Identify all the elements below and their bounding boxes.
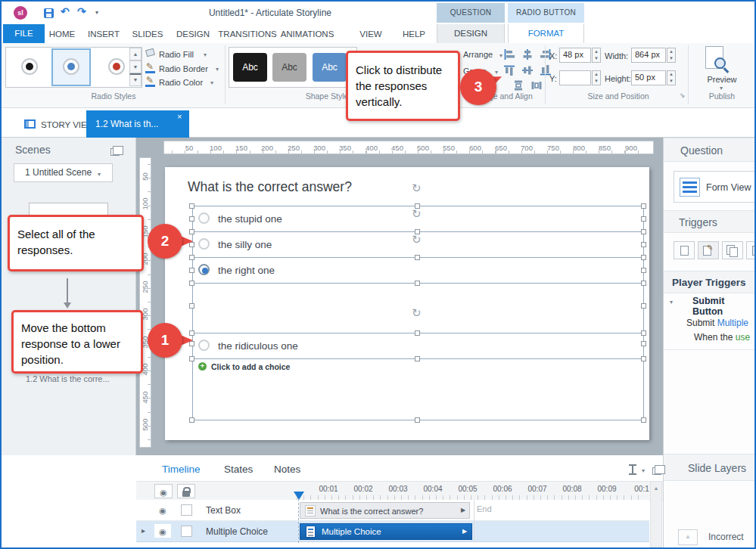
- tab-story-view[interactable]: STORY VIEW: [17, 112, 96, 138]
- tab-radio-button-format[interactable]: FORMAT: [508, 24, 584, 43]
- radio-border-caret-icon[interactable]: ▾: [216, 66, 219, 73]
- preview-caret-icon[interactable]: ▾: [720, 85, 723, 92]
- playhead-icon[interactable]: [294, 492, 304, 500]
- timeline-fit-icon[interactable]: [628, 464, 637, 475]
- selection-handle[interactable]: [189, 356, 194, 361]
- undo-icon[interactable]: ↶: [61, 6, 70, 17]
- distribute-horizontally-icon[interactable]: [530, 79, 543, 92]
- submit-button-trigger[interactable]: Submit Button: [692, 296, 754, 317]
- new-trigger-button[interactable]: [674, 241, 695, 259]
- selection-handle[interactable]: [641, 268, 646, 273]
- rotate-handle-icon[interactable]: ↻: [412, 307, 422, 318]
- radio-choice-1[interactable]: [198, 212, 210, 224]
- radio-border-button[interactable]: Radio Border: [159, 64, 208, 74]
- width-stepper[interactable]: ▲▼: [667, 48, 676, 63]
- radio-choice-3-selected[interactable]: [198, 264, 210, 275]
- selection-handle[interactable]: [641, 341, 646, 346]
- arrange-button[interactable]: Arrange: [463, 50, 493, 59]
- trigger-action-link[interactable]: Multiple: [717, 318, 748, 328]
- align-left-icon[interactable]: [503, 48, 515, 60]
- shape-style-black[interactable]: Abc: [233, 53, 267, 82]
- tab-question-tools-design[interactable]: DESIGN: [437, 24, 505, 43]
- selection-handle[interactable]: [641, 281, 646, 286]
- selection-handle[interactable]: [415, 229, 420, 234]
- x-input[interactable]: 48 px: [559, 48, 591, 63]
- radio-choice-4[interactable]: [198, 340, 210, 351]
- show-hide-all-button[interactable]: ◉: [154, 484, 173, 498]
- choice-label-4[interactable]: the ridiculous one: [218, 340, 298, 352]
- save-icon[interactable]: [44, 8, 54, 18]
- scene-dropdown[interactable]: 1 Untitled Scene ▾: [14, 163, 113, 182]
- choice-label-1[interactable]: the stupid one: [218, 213, 282, 225]
- shape-style-blue[interactable]: Abc: [313, 53, 347, 82]
- paste-trigger-button[interactable]: [746, 241, 754, 259]
- gallery-more-icon[interactable]: ▼: [129, 73, 142, 86]
- slide-canvas[interactable]: What is the correct answer? ↻ ↻ ↻ ↻ the …: [165, 167, 649, 440]
- align-top-icon[interactable]: [503, 64, 515, 76]
- radio-color-caret-icon[interactable]: ▾: [210, 79, 213, 86]
- timeline-scrollbar[interactable]: ▲: [650, 481, 662, 547]
- radio-choice-2[interactable]: [198, 238, 210, 250]
- play-arrow-icon[interactable]: ▶: [462, 528, 467, 535]
- tab-notes[interactable]: Notes: [274, 464, 300, 475]
- arrange-caret-icon[interactable]: ▾: [499, 52, 502, 59]
- tab-timeline[interactable]: Timeline: [162, 464, 201, 475]
- expander-icon[interactable]: ▸: [142, 526, 145, 535]
- quick-access-menu-icon[interactable]: ▾: [95, 9, 98, 16]
- timeline-bar-multiple-choice[interactable]: Multiple Choice ▶: [300, 523, 472, 540]
- selection-handle[interactable]: [641, 203, 646, 209]
- tab-states[interactable]: States: [224, 464, 253, 475]
- radio-style-black[interactable]: [21, 58, 38, 75]
- selection-handle[interactable]: [641, 356, 646, 361]
- radio-style-red[interactable]: [108, 58, 125, 75]
- play-arrow-icon[interactable]: ▶: [461, 507, 465, 513]
- timeline-menu-caret-icon[interactable]: ▾: [642, 467, 645, 474]
- selection-handle[interactable]: [641, 330, 646, 336]
- trigger-when-link[interactable]: use: [736, 332, 750, 343]
- selection-handle[interactable]: [189, 216, 194, 222]
- selection-handle[interactable]: [189, 417, 194, 423]
- selection-handle[interactable]: [415, 203, 420, 209]
- selection-handle[interactable]: [189, 229, 194, 234]
- selection-handle[interactable]: [415, 417, 420, 423]
- layer-incorrect-label[interactable]: Incorrect: [708, 532, 744, 542]
- y-stepper[interactable]: ▲▼: [592, 70, 601, 85]
- align-center-icon[interactable]: [521, 48, 534, 60]
- tab-transitions[interactable]: TRANSITIONS: [213, 26, 282, 43]
- redo-icon[interactable]: ↷: [77, 6, 86, 17]
- eye-icon[interactable]: ◉: [154, 524, 171, 538]
- height-stepper[interactable]: ▲▼: [667, 70, 676, 85]
- distribute-vertically-icon[interactable]: [512, 79, 524, 92]
- add-choice-icon[interactable]: +: [198, 362, 207, 371]
- close-icon[interactable]: ×: [177, 112, 182, 121]
- tab-animations[interactable]: ANIMATIONS: [273, 26, 341, 43]
- align-middle-icon[interactable]: [521, 64, 534, 76]
- selection-handle[interactable]: [641, 417, 646, 423]
- form-view-button[interactable]: Form View: [674, 171, 754, 203]
- collapse-icon[interactable]: ▾: [670, 299, 673, 306]
- selection-handle[interactable]: [189, 303, 194, 309]
- selection-handle[interactable]: [415, 356, 420, 361]
- eye-icon[interactable]: ◉: [154, 503, 171, 516]
- track-row-multiple-choice[interactable]: ▸ ◉ Multiple Choice Multiple Choice ▶: [136, 521, 649, 542]
- add-choice-label[interactable]: Click to add a choice: [211, 362, 290, 371]
- scroll-up-icon[interactable]: ▲: [652, 483, 661, 494]
- choice-label-2[interactable]: the silly one: [218, 239, 272, 250]
- selection-handle[interactable]: [189, 268, 194, 273]
- rotate-handle-icon[interactable]: ↻: [412, 234, 422, 245]
- timeline-bar-textbox[interactable]: What is the correct answer? ▶: [300, 502, 470, 519]
- radio-color-button[interactable]: Radio Color: [159, 77, 203, 88]
- shape-style-gray[interactable]: Abc: [272, 53, 306, 82]
- row-checkbox[interactable]: [181, 504, 192, 516]
- selection-handle[interactable]: [189, 255, 194, 260]
- lock-all-button[interactable]: [177, 484, 195, 498]
- height-input[interactable]: 50 px: [631, 70, 666, 85]
- timeline-panel-icon[interactable]: [652, 467, 661, 475]
- rotate-handle-icon[interactable]: ↻: [412, 182, 422, 194]
- layer-thumbnail[interactable]: ▲: [678, 529, 698, 545]
- size-position-dialog-launcher-icon[interactable]: ⇘: [680, 92, 686, 99]
- selection-handle[interactable]: [189, 203, 194, 209]
- question-title[interactable]: What is the correct answer?: [188, 179, 352, 195]
- selection-handle[interactable]: [641, 216, 646, 222]
- selection-handle[interactable]: [641, 229, 646, 234]
